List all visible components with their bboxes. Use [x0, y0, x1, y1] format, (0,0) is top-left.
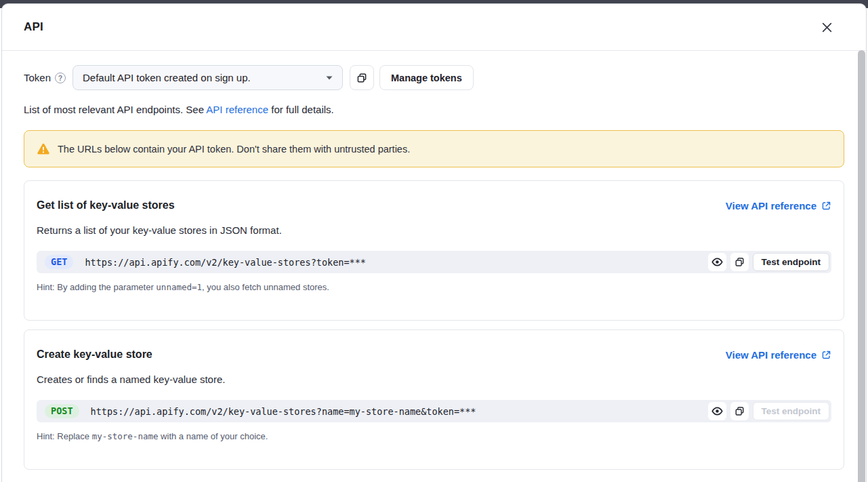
view-api-reference-link[interactable]: View API reference: [726, 349, 831, 361]
question-circle-icon[interactable]: ?: [55, 73, 66, 83]
warning-banner: The URLs below contain your API token. D…: [24, 130, 844, 167]
close-icon: [821, 22, 833, 33]
manage-tokens-button[interactable]: Manage tokens: [379, 65, 474, 90]
hint-after: , you also fetch unnamed stores.: [202, 282, 329, 292]
endpoint-url-row: POST https://api.apify.com/v2/key-value-…: [37, 400, 831, 422]
copy-token-button[interactable]: [350, 65, 374, 90]
intro-before: List of most relevant API endpoints. See: [24, 104, 206, 115]
hint-code: unnamed=1: [156, 282, 202, 292]
page-title: API: [24, 20, 43, 34]
endpoint-title: Create key-value store: [37, 348, 152, 361]
endpoint-card-create-store: Create key-value store View API referenc…: [24, 329, 844, 470]
hint-code: my-store-name: [92, 431, 159, 441]
endpoint-url-row: GET https://api.apify.com/v2/key-value-s…: [37, 251, 831, 273]
copy-icon: [735, 257, 745, 267]
endpoint-description: Returns a list of your key-value stores …: [37, 224, 831, 237]
url-row-actions: Test endpoint: [708, 402, 830, 420]
token-select-value: Default API token created on sign up.: [83, 72, 251, 83]
scrollbar[interactable]: [858, 50, 865, 482]
eye-icon: [711, 256, 723, 268]
endpoint-hint: Hint: By adding the parameter unnamed=1,…: [37, 282, 831, 293]
token-label: Token: [24, 72, 51, 83]
token-select[interactable]: Default API token created on sign up.: [73, 65, 343, 90]
endpoint-hint: Hint: Replace my-store-name with a name …: [37, 431, 831, 442]
hint-before: Hint: By adding the parameter: [37, 282, 156, 292]
hint-before: Hint: Replace: [37, 431, 92, 441]
copy-url-button[interactable]: [730, 402, 749, 420]
intro-text: List of most relevant API endpoints. See…: [24, 103, 844, 117]
intro-after: for full details.: [268, 104, 334, 115]
test-endpoint-button[interactable]: Test endpoint: [753, 253, 830, 271]
token-row: Token ? Default API token created on sig…: [24, 65, 844, 90]
http-method-badge: GET: [45, 255, 73, 269]
endpoint-title: Get list of key-value stores: [37, 199, 175, 212]
copy-icon: [356, 73, 367, 83]
card-header: Get list of key-value stores View API re…: [37, 199, 831, 212]
view-api-reference-link[interactable]: View API reference: [726, 200, 831, 212]
warning-text: The URLs below contain your API token. D…: [58, 144, 410, 155]
copy-icon: [735, 406, 745, 416]
http-method-badge: POST: [45, 404, 79, 418]
endpoint-card-get-stores: Get list of key-value stores View API re…: [24, 180, 844, 321]
api-modal: API Token ? Default API token created on…: [1, 3, 867, 482]
test-endpoint-button[interactable]: Test endpoint: [753, 402, 830, 420]
endpoint-url: https://api.apify.com/v2/key-value-store…: [91, 406, 708, 417]
copy-url-button[interactable]: [730, 253, 749, 271]
modal-header: API: [2, 4, 866, 51]
view-api-reference-label: View API reference: [726, 349, 817, 361]
endpoint-description: Creates or finds a named key-value store…: [37, 374, 831, 386]
warning-triangle-icon: [37, 143, 50, 155]
close-button[interactable]: [817, 18, 836, 37]
url-row-actions: Test endpoint: [708, 253, 830, 271]
hint-after: with a name of your choice.: [159, 431, 268, 441]
reveal-token-button[interactable]: [708, 402, 726, 420]
chevron-down-icon: [326, 76, 333, 80]
reveal-token-button[interactable]: [708, 253, 726, 271]
view-api-reference-label: View API reference: [726, 200, 817, 212]
card-header: Create key-value store View API referenc…: [37, 348, 831, 361]
api-reference-link[interactable]: API reference: [206, 104, 268, 115]
endpoint-url: https://api.apify.com/v2/key-value-store…: [85, 257, 707, 268]
eye-icon: [711, 405, 723, 417]
external-link-icon: [821, 350, 831, 360]
external-link-icon: [821, 201, 831, 211]
modal-body: Token ? Default API token created on sig…: [2, 51, 866, 470]
